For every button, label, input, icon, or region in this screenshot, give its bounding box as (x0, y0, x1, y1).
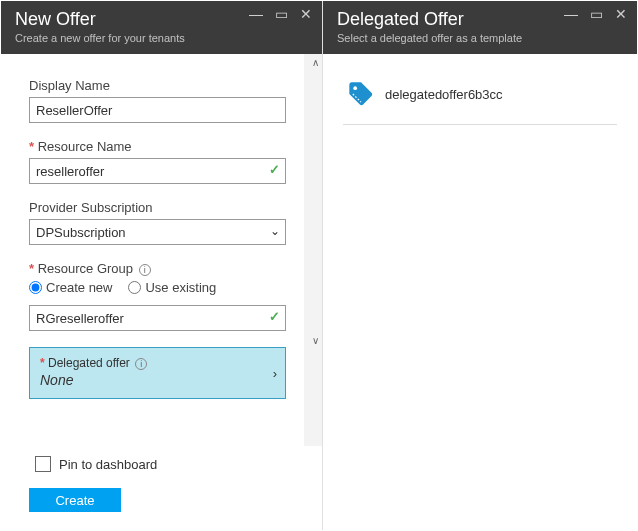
maximize-icon[interactable]: ▭ (275, 7, 288, 21)
valid-icon: ✓ (269, 309, 280, 324)
scrollbar[interactable]: ∧ ∨ (304, 54, 322, 446)
provider-subscription-field: Provider Subscription ⌄ (29, 200, 286, 245)
close-icon[interactable]: ✕ (300, 7, 312, 21)
create-new-radio[interactable] (29, 281, 42, 294)
provider-subscription-label: Provider Subscription (29, 200, 286, 215)
resource-group-input[interactable] (29, 305, 286, 331)
delegated-offer-body: delegatedoffer6b3cc (323, 54, 637, 530)
resource-name-label: Resource Name (29, 139, 286, 154)
delegated-offer-item[interactable]: delegatedoffer6b3cc (343, 72, 617, 116)
close-icon[interactable]: ✕ (615, 7, 627, 21)
new-offer-body: ∧ ∨ Display Name Resource Name ✓ Provide… (1, 54, 322, 446)
delegated-offer-header: Delegated Offer Select a delegated offer… (323, 1, 637, 54)
new-offer-subtitle: Create a new offer for your tenants (15, 32, 308, 44)
new-offer-blade: New Offer Create a new offer for your te… (1, 1, 323, 530)
info-icon[interactable]: i (139, 264, 151, 276)
minimize-icon[interactable]: — (249, 7, 263, 21)
resource-name-field: Resource Name ✓ (29, 139, 286, 184)
provider-subscription-select[interactable] (29, 219, 286, 245)
scroll-up-icon[interactable]: ∧ (312, 57, 319, 68)
window-controls: — ▭ ✕ (564, 7, 627, 21)
minimize-icon[interactable]: — (564, 7, 578, 21)
info-icon[interactable]: i (135, 358, 147, 370)
delegated-offer-item-name: delegatedoffer6b3cc (385, 87, 503, 102)
delegated-offer-selector[interactable]: Delegated offer i None › (29, 347, 286, 399)
chevron-right-icon: › (273, 366, 277, 381)
display-name-label: Display Name (29, 78, 286, 93)
resource-name-input[interactable] (29, 158, 286, 184)
pin-checkbox[interactable] (35, 456, 51, 472)
scroll-down-icon[interactable]: ∨ (312, 335, 319, 346)
divider (343, 124, 617, 125)
display-name-field: Display Name (29, 78, 286, 123)
new-offer-header: New Offer Create a new offer for your te… (1, 1, 322, 54)
delegated-offer-blade: Delegated Offer Select a delegated offer… (323, 1, 637, 530)
display-name-input[interactable] (29, 97, 286, 123)
valid-icon: ✓ (269, 162, 280, 177)
use-existing-radio-label[interactable]: Use existing (128, 280, 216, 295)
create-new-radio-label[interactable]: Create new (29, 280, 112, 295)
new-offer-footer: Pin to dashboard Create (1, 446, 322, 530)
delegated-offer-value: None (40, 372, 275, 388)
pin-to-dashboard-row[interactable]: Pin to dashboard (35, 456, 294, 472)
pin-label: Pin to dashboard (59, 457, 157, 472)
delegated-offer-label: Delegated offer i (40, 356, 275, 370)
svg-point-0 (353, 86, 357, 90)
create-button[interactable]: Create (29, 488, 121, 512)
offer-tag-icon (347, 80, 375, 108)
resource-group-label: Resource Group i (29, 261, 286, 276)
resource-group-field: Resource Group i Create new Use existing (29, 261, 286, 331)
window-controls: — ▭ ✕ (249, 7, 312, 21)
maximize-icon[interactable]: ▭ (590, 7, 603, 21)
delegated-offer-subtitle: Select a delegated offer as a template (337, 32, 623, 44)
use-existing-radio[interactable] (128, 281, 141, 294)
